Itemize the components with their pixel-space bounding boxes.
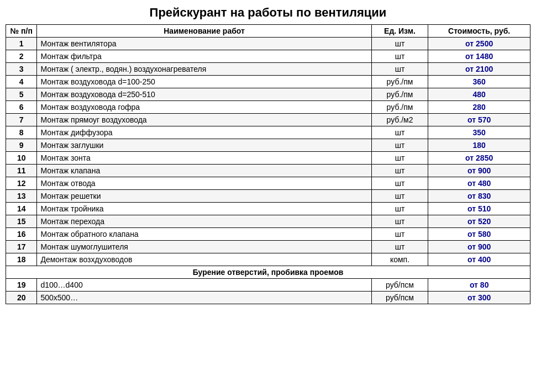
table-row: 10Монтаж зонташтот 2850: [6, 152, 530, 165]
row-num: 12: [6, 177, 37, 190]
row-num: 1: [6, 38, 37, 50]
table-row: 18Демонтаж возхдуховодовкомп.от 400: [6, 253, 530, 266]
table-row: 4Монтаж воздуховода d=100-250руб./пм360: [6, 76, 530, 88]
header-num: № п/п: [6, 25, 37, 38]
table-row: 19d100…d400руб/псмот 80: [6, 279, 530, 292]
table-row: 8Монтаж диффузорашт350: [6, 126, 530, 139]
row-price: от 510: [428, 203, 530, 215]
row-unit: комп.: [371, 253, 428, 266]
row-unit: руб./пм: [371, 101, 428, 114]
row-unit: шт: [371, 215, 428, 228]
row-price: от 2850: [428, 152, 530, 165]
row-num: 16: [6, 228, 37, 241]
row-unit: шт: [371, 126, 428, 139]
row-unit: шт: [371, 203, 428, 215]
row-unit: шт: [371, 190, 428, 203]
table-row: 7Монтаж прямоуг воздуховодаруб./м2от 570: [6, 114, 530, 126]
table-row: 3Монтаж ( электр., водян.) воздухонагрев…: [6, 63, 530, 76]
table-row: 5Монтаж воздуховода d=250-510руб./пм480: [6, 88, 530, 101]
row-name: Монтаж зонта: [37, 152, 371, 165]
row-num: 3: [6, 63, 37, 76]
row-name: Монтаж ( электр., водян.) воздухонагрева…: [37, 63, 371, 76]
row-num: 5: [6, 88, 37, 101]
table-row: 1Монтаж вентилятораштот 2500: [6, 38, 530, 50]
header-unit: Ед. Изм.: [371, 25, 428, 38]
row-price: от 900: [428, 165, 530, 177]
row-name: Монтаж клапана: [37, 165, 371, 177]
row-price: от 80: [428, 279, 530, 292]
section-header-row: Бурение отверстий, пробивка проемов: [6, 266, 530, 279]
table-row: 11Монтаж клапанаштот 900: [6, 165, 530, 177]
row-unit: руб./пм: [371, 76, 428, 88]
row-name: Монтаж перехода: [37, 215, 371, 228]
row-price: от 520: [428, 215, 530, 228]
row-price: от 900: [428, 241, 530, 253]
table-row: 6Монтаж воздуховода гофраруб./пм280: [6, 101, 530, 114]
row-unit: руб./м2: [371, 114, 428, 126]
row-name: Монтаж отвода: [37, 177, 371, 190]
row-price: 280: [428, 101, 530, 114]
row-name: Монтаж вентилятора: [37, 38, 371, 50]
row-name: Монтаж решетки: [37, 190, 371, 203]
row-price: от 580: [428, 228, 530, 241]
row-unit: шт: [371, 63, 428, 76]
row-name: Монтаж шумоглушителя: [37, 241, 371, 253]
header-name: Наименование работ: [37, 25, 371, 38]
row-num: 10: [6, 152, 37, 165]
row-name: Монтаж обратного клапана: [37, 228, 371, 241]
table-row: 20500х500…руб/псмот 300: [6, 292, 530, 304]
row-price: 180: [428, 139, 530, 152]
row-num: 20: [6, 292, 37, 304]
row-price: от 480: [428, 177, 530, 190]
row-num: 17: [6, 241, 37, 253]
row-unit: руб/псм: [371, 292, 428, 304]
header-price: Стоимость, руб.: [428, 25, 530, 38]
table-row: 17Монтаж шумоглушителяштот 900: [6, 241, 530, 253]
row-price: от 400: [428, 253, 530, 266]
row-unit: шт: [371, 38, 428, 50]
row-name: Монтаж заглушки: [37, 139, 371, 152]
row-name: Монтаж фильтра: [37, 50, 371, 63]
row-num: 14: [6, 203, 37, 215]
row-num: 13: [6, 190, 37, 203]
row-price: 360: [428, 76, 530, 88]
row-name: 500х500…: [37, 292, 371, 304]
table-row: 12Монтаж отводаштот 480: [6, 177, 530, 190]
row-unit: шт: [371, 152, 428, 165]
row-num: 18: [6, 253, 37, 266]
row-name: Монтаж диффузора: [37, 126, 371, 139]
row-num: 6: [6, 101, 37, 114]
row-price: от 570: [428, 114, 530, 126]
row-unit: руб/псм: [371, 279, 428, 292]
table-row: 13Монтаж решеткиштот 830: [6, 190, 530, 203]
table-row: 16Монтаж обратного клапанаштот 580: [6, 228, 530, 241]
row-price: от 2100: [428, 63, 530, 76]
row-unit: руб./пм: [371, 88, 428, 101]
row-num: 8: [6, 126, 37, 139]
row-unit: шт: [371, 50, 428, 63]
row-num: 9: [6, 139, 37, 152]
row-unit: шт: [371, 139, 428, 152]
row-name: Монтаж воздуховода гофра: [37, 101, 371, 114]
row-price: от 1480: [428, 50, 530, 63]
price-table: № п/п Наименование работ Ед. Изм. Стоимо…: [6, 24, 530, 304]
row-name: Демонтаж возхдуховодов: [37, 253, 371, 266]
row-num: 19: [6, 279, 37, 292]
table-row: 14Монтаж тройникаштот 510: [6, 203, 530, 215]
row-price: от 2500: [428, 38, 530, 50]
row-num: 11: [6, 165, 37, 177]
row-num: 2: [6, 50, 37, 63]
row-unit: шт: [371, 165, 428, 177]
table-row: 9Монтаж заглушкишт180: [6, 139, 530, 152]
table-row: 15Монтаж переходаштот 520: [6, 215, 530, 228]
row-price: от 830: [428, 190, 530, 203]
section-header-text: Бурение отверстий, пробивка проемов: [6, 266, 530, 279]
row-unit: шт: [371, 177, 428, 190]
row-unit: шт: [371, 228, 428, 241]
row-name: Монтаж прямоуг воздуховода: [37, 114, 371, 126]
row-name: d100…d400: [37, 279, 371, 292]
row-price: 350: [428, 126, 530, 139]
page-title: Прейскурант на работы по вентиляции: [150, 6, 387, 20]
row-num: 15: [6, 215, 37, 228]
row-name: Монтаж тройника: [37, 203, 371, 215]
